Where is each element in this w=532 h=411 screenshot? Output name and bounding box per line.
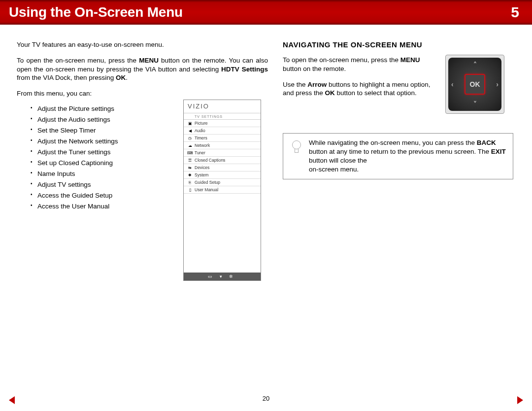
text-fragment: on-screen menu. bbox=[309, 166, 359, 173]
tv-menu-row: ◀Audio bbox=[184, 127, 261, 135]
tv-menu-label: Guided Setup bbox=[195, 180, 220, 185]
arrow-left-icon: ‹ bbox=[451, 80, 454, 88]
tv-menu-label: Picture bbox=[195, 121, 207, 126]
bold-menu: MENU bbox=[139, 57, 159, 64]
next-page-button[interactable] bbox=[517, 396, 523, 404]
remote-pad: ˄ ˅ ‹ › OK bbox=[448, 58, 501, 111]
tv-menu-row: ☁Network bbox=[184, 142, 261, 149]
nav-p2: Use the Arrow buttons to highlight a men… bbox=[283, 80, 431, 98]
bold-back: BACK bbox=[477, 139, 496, 146]
guided-setup-icon: ⎘ bbox=[188, 180, 192, 185]
content-area: Your TV features an easy-to-use on-scree… bbox=[0, 25, 532, 213]
tv-menu-spacer bbox=[184, 194, 261, 273]
right-text-block: To open the on-screen menu, press the ME… bbox=[283, 56, 431, 98]
picture-icon: ▣ bbox=[188, 121, 192, 126]
chapter-header: Using the On-Screen Menu 5 bbox=[0, 0, 532, 25]
text-fragment: While navigating the on-screen menu, you… bbox=[309, 139, 477, 146]
cc-icon: ☰ bbox=[188, 158, 192, 163]
left-column: Your TV features an easy-to-use on-scree… bbox=[17, 40, 268, 213]
tv-menu-label: System bbox=[195, 172, 208, 177]
tv-menu-row: ⇆Devices bbox=[184, 164, 261, 171]
page-title: Using the On-Screen Menu bbox=[9, 4, 183, 20]
tv-menu-row: ◷Timers bbox=[184, 135, 261, 142]
text-fragment: button will close the bbox=[309, 157, 367, 164]
remote-dpad-illustration: ˄ ˅ ‹ › OK bbox=[445, 55, 504, 114]
text-fragment: To open the on-screen menu, press the bbox=[283, 56, 400, 64]
tv-menu-row: ⎘Guided Setup bbox=[184, 179, 261, 186]
right-column: NAVIGATING THE ON-SCREEN MENU To open th… bbox=[283, 40, 519, 213]
arrow-right-icon: › bbox=[496, 80, 499, 88]
tv-menu-row: ▣Picture bbox=[184, 120, 261, 127]
bold-exit: EXIT bbox=[491, 148, 506, 155]
tv-menu-label: Devices bbox=[195, 165, 209, 170]
system-icon: ✱ bbox=[188, 173, 192, 177]
tv-menu-label: Closed Captions bbox=[195, 158, 225, 163]
tip-box: While navigating the on-screen menu, you… bbox=[283, 133, 513, 179]
page-number: 20 bbox=[263, 395, 269, 402]
text-fragment: button at any time to return to the prev… bbox=[309, 148, 491, 155]
text-fragment: button on the remote. bbox=[283, 65, 346, 72]
manual-icon: ▯ bbox=[188, 188, 192, 192]
nav-p1: To open the on-screen menu, press the ME… bbox=[283, 56, 431, 73]
tv-menu-illustration: VIZIO TV SETTINGS ▣Picture ◀Audio ◷Timer… bbox=[183, 100, 261, 281]
tuner-icon: ⌨ bbox=[188, 151, 192, 155]
text-fragment: button to select that option. bbox=[335, 89, 417, 97]
bold-hdtv-settings: HDTV Settings bbox=[221, 66, 268, 73]
arrow-up-icon: ˄ bbox=[473, 61, 477, 68]
tv-menu-row: ☰Closed Captions bbox=[184, 157, 261, 164]
chapter-number: 5 bbox=[511, 4, 519, 21]
tv-menu-row: ✱System bbox=[184, 171, 261, 179]
arrow-down-icon: ˅ bbox=[473, 100, 477, 108]
tv-menu-label: Audio bbox=[195, 128, 205, 133]
tv-menu-subtitle: TV SETTINGS bbox=[184, 113, 261, 120]
lightbulb-icon bbox=[289, 140, 304, 162]
tv-menu-label: User Manual bbox=[195, 187, 218, 192]
bold-arrow: Arrow bbox=[307, 81, 327, 88]
tv-menu-label: Tuner bbox=[195, 150, 205, 155]
ok-button: OK bbox=[465, 74, 485, 95]
section-heading: NAVIGATING THE ON-SCREEN MENU bbox=[283, 40, 519, 49]
prev-page-button[interactable] bbox=[9, 396, 15, 404]
text-fragment: To open the on-screen menu, press the bbox=[17, 57, 139, 64]
audio-icon: ◀ bbox=[188, 129, 192, 133]
network-icon: ☁ bbox=[188, 143, 192, 148]
open-menu-instructions: To open the on-screen menu, press the ME… bbox=[17, 56, 268, 82]
tv-brand-label: VIZIO bbox=[184, 100, 261, 113]
devices-icon: ⇆ bbox=[188, 166, 192, 170]
tv-menu-footer: ▭ ▾ ✲ bbox=[184, 273, 261, 280]
tv-menu-label: Timers bbox=[195, 136, 207, 140]
intro-text: Your TV features an easy-to-use on-scree… bbox=[17, 40, 268, 49]
timers-icon: ◷ bbox=[188, 136, 192, 140]
text-fragment: Use the bbox=[283, 81, 307, 88]
text-fragment: from the VIA Dock, then pressing bbox=[17, 74, 116, 81]
bold-ok: OK bbox=[116, 74, 126, 81]
tv-menu-row: ⌨Tuner bbox=[184, 149, 261, 157]
bold-ok: OK bbox=[325, 89, 335, 97]
text-fragment: . bbox=[126, 74, 128, 81]
from-menu-label: From this menu, you can: bbox=[17, 89, 268, 98]
tv-menu-label: Network bbox=[195, 143, 210, 148]
tv-menu-row: ▯User Manual bbox=[184, 186, 261, 194]
bold-menu: MENU bbox=[400, 56, 420, 64]
